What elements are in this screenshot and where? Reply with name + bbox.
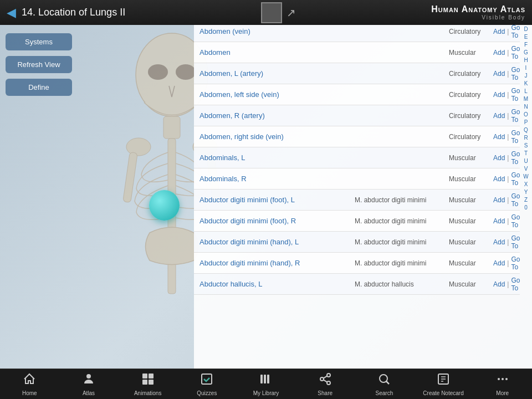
svg-point-9 [86, 374, 91, 378]
goto-button[interactable]: Go To [511, 45, 520, 60]
svg-point-2 [176, 64, 196, 80]
alpha-letter-t[interactable]: T [524, 150, 528, 157]
alpha-letter-o[interactable]: O [524, 111, 528, 119]
add-button[interactable]: Add [493, 238, 505, 246]
row-name-label[interactable]: Abductor digiti minimi (hand), R [200, 259, 355, 267]
svg-rect-11 [149, 374, 154, 378]
goto-button[interactable]: Go To [511, 255, 520, 271]
svg-rect-7 [123, 152, 137, 202]
row-sub-label: M. abductor digiti minimi [355, 259, 449, 267]
search-icon [377, 372, 391, 389]
refresh-view-button[interactable]: Refresh View [6, 56, 72, 73]
alpha-letter-m[interactable]: M [524, 95, 528, 103]
row-sub-label: M. abductor digiti minimi [355, 196, 449, 204]
row-name-label[interactable]: Abductor hallucis, L [200, 280, 355, 288]
svg-point-23 [380, 375, 387, 382]
thumbnail-preview[interactable] [261, 2, 282, 23]
alpha-letter-v[interactable]: V [524, 165, 528, 173]
back-button[interactable]: ◀ [7, 6, 16, 20]
alpha-letter-g[interactable]: G [524, 49, 528, 57]
add-button[interactable]: Add [493, 217, 505, 225]
alpha-letter-q[interactable]: Q [524, 126, 528, 134]
add-button[interactable]: Add [493, 280, 505, 288]
systems-button[interactable]: Systems [6, 33, 72, 50]
alpha-letter-e[interactable]: E [524, 33, 528, 41]
define-button[interactable]: Define [6, 79, 72, 96]
row-actions: Add|Go To [493, 255, 520, 271]
goto-button[interactable]: Go To [511, 192, 520, 208]
row-system-label: Muscular [449, 259, 493, 267]
goto-button[interactable]: Go To [511, 234, 520, 250]
alpha-letter-z[interactable]: Z [524, 196, 528, 204]
nav-item-share[interactable]: Share [295, 369, 355, 399]
row-name-label[interactable]: Abductor digiti minimi (hand), L [200, 238, 355, 246]
add-button[interactable]: Add [493, 91, 505, 99]
alpha-letter-f[interactable]: F [524, 41, 528, 49]
nav-label: My Library [253, 390, 279, 396]
goto-button[interactable]: Go To [511, 66, 520, 81]
alpha-letter-h[interactable]: H [524, 57, 528, 64]
alpha-letter-p[interactable]: P [524, 119, 528, 126]
alpha-letter-d[interactable]: D [524, 25, 528, 33]
goto-button[interactable]: Go To [511, 171, 520, 187]
row-name-label[interactable]: Abdominals, L [200, 154, 355, 162]
row-name-label[interactable]: Abdomen, R (artery) [200, 111, 355, 120]
nav-item-home[interactable]: Home [0, 369, 59, 399]
row-actions: Add|Go To [493, 213, 520, 229]
alpha-letter-0[interactable]: 0 [524, 204, 528, 212]
nav-item-search[interactable]: Search [355, 369, 414, 399]
goto-button[interactable]: Go To [511, 24, 520, 39]
alpha-letter-u[interactable]: U [524, 157, 528, 165]
add-button[interactable]: Add [493, 133, 505, 141]
row-name-label[interactable]: Abdomen, L (artery) [200, 69, 355, 78]
add-button[interactable]: Add [493, 28, 505, 35]
row-name-label[interactable]: Abductor digiti minimi (foot), L [200, 196, 355, 204]
alpha-letter-x[interactable]: X [524, 181, 528, 188]
goto-button[interactable]: Go To [511, 87, 520, 103]
add-button[interactable]: Add [493, 49, 505, 57]
alpha-letter-y[interactable]: Y [524, 188, 528, 196]
nav-item-my-library[interactable]: My Library [237, 369, 296, 399]
row-name-label[interactable]: Abdomen (vein) [200, 27, 355, 35]
row-sub-label: M. abductor digiti minimi [355, 217, 449, 225]
goto-button[interactable]: Go To [511, 277, 520, 292]
alpha-letter-j[interactable]: J [525, 72, 528, 80]
row-actions: Add|Go To [493, 150, 520, 166]
brand-subtitle: Visible Body [431, 14, 525, 21]
alpha-letter-l[interactable]: L [524, 88, 528, 95]
nav-item-quizzes[interactable]: Quizzes [177, 369, 237, 399]
nav-item-create-notecard[interactable]: Create Notecard [414, 369, 473, 399]
alpha-letter-i[interactable]: I [525, 64, 527, 72]
separator: | [507, 280, 509, 288]
row-name-label[interactable]: Abdominals, R [200, 175, 355, 183]
header-brand: Human Anatomy Atlas Visible Body [431, 4, 525, 21]
add-button[interactable]: Add [493, 259, 505, 267]
separator: | [507, 49, 509, 57]
alpha-letter-k[interactable]: K [524, 80, 528, 88]
alpha-letter-r[interactable]: R [524, 134, 528, 142]
row-system-label: Circulatory [449, 70, 493, 78]
row-system-label: Circulatory [449, 112, 493, 120]
add-button[interactable]: Add [493, 112, 505, 120]
goto-button[interactable]: Go To [511, 108, 520, 124]
list-container[interactable]: Abdomen (artery)CirculatoryAdd|Go ToAbdo… [194, 0, 520, 399]
row-name-label[interactable]: Abdomen [200, 48, 355, 57]
nav-item-atlas[interactable]: Atlas [59, 369, 119, 399]
row-name-label[interactable]: Abductor digiti minimi (foot), R [200, 217, 355, 225]
add-button[interactable]: Add [493, 154, 505, 162]
row-name-label[interactable]: Abdomen, left side (vein) [200, 90, 355, 99]
add-button[interactable]: Add [493, 175, 505, 183]
goto-button[interactable]: Go To [511, 150, 520, 166]
add-button[interactable]: Add [493, 70, 505, 78]
alpha-letter-w[interactable]: W [523, 173, 528, 181]
animations-icon [141, 372, 155, 389]
row-actions: Add|Go To [493, 66, 520, 81]
nav-item-more[interactable]: More [473, 369, 532, 399]
alpha-letter-n[interactable]: N [524, 103, 528, 111]
goto-button[interactable]: Go To [511, 213, 520, 229]
add-button[interactable]: Add [493, 196, 505, 204]
row-name-label[interactable]: Abdomen, right side (vein) [200, 132, 355, 141]
goto-button[interactable]: Go To [511, 129, 520, 145]
alpha-letter-s[interactable]: S [524, 142, 528, 150]
nav-item-animations[interactable]: Animations [118, 369, 177, 399]
